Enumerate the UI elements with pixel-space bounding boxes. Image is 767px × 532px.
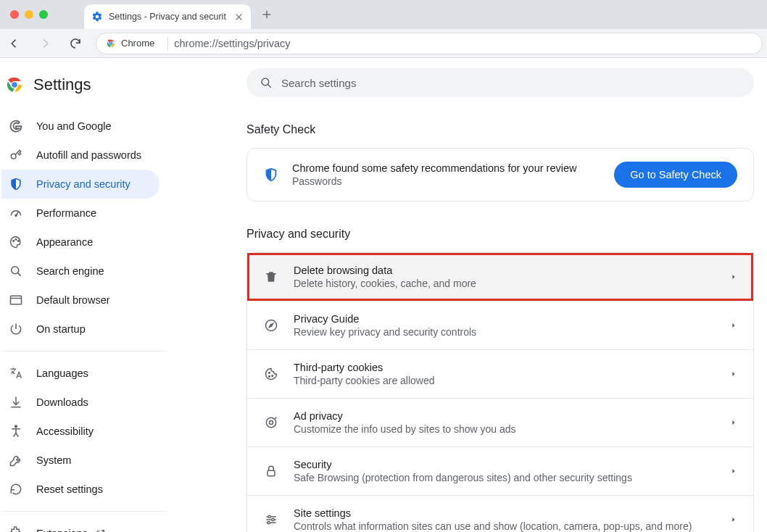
nav-autofill-passwords[interactable]: Autofill and passwords: [1, 141, 159, 170]
chevron-right-icon: [730, 273, 737, 280]
svg-rect-19: [11, 296, 22, 304]
safety-check-card: Chrome found some safety recommendations…: [246, 148, 754, 201]
nav-default-browser[interactable]: Default browser: [1, 286, 159, 315]
forward-button[interactable]: [35, 33, 55, 54]
window-minimize[interactable]: [25, 10, 33, 19]
search-settings-input[interactable]: [281, 77, 741, 89]
site-chip[interactable]: Chrome: [101, 36, 162, 51]
search-settings[interactable]: [246, 68, 754, 97]
extension-icon: [9, 526, 23, 532]
nav-system[interactable]: System: [1, 446, 159, 475]
reload-button[interactable]: [65, 33, 86, 54]
svg-point-44: [268, 522, 270, 524]
divider: [1, 351, 167, 352]
svg-point-14: [13, 241, 14, 242]
download-icon: [9, 395, 23, 410]
window-close[interactable]: [10, 10, 19, 19]
svg-marker-36: [732, 420, 734, 425]
row-privacy-guide[interactable]: Privacy Guide Review key privacy and sec…: [247, 301, 753, 349]
nav-label: Autofill and passwords: [36, 149, 141, 161]
new-tab-button[interactable]: [257, 4, 277, 25]
section-safety-check-heading: Safety Check: [246, 123, 754, 136]
svg-marker-26: [732, 275, 734, 279]
chevron-right-icon: [730, 516, 737, 523]
nav-label: Reset settings: [36, 483, 103, 495]
shield-icon: [263, 167, 279, 183]
wrench-icon: [9, 453, 23, 467]
nav-label: On startup: [36, 323, 86, 335]
nav-label: Search engine: [36, 265, 104, 277]
go-to-safety-check-button[interactable]: Go to Safety Check: [614, 162, 737, 188]
row-subtitle: Controls what information sites can use …: [294, 520, 716, 532]
address-bar[interactable]: Chrome chrome://settings/privacy: [96, 33, 763, 54]
close-icon[interactable]: [233, 12, 244, 22]
browser-tab-active[interactable]: Settings - Privacy and securit: [84, 4, 251, 29]
chrome-logo-icon: [105, 38, 117, 49]
svg-rect-25: [266, 273, 275, 275]
row-title: Third-party cookies: [294, 362, 716, 373]
section-privacy-heading: Privacy and security: [246, 228, 754, 241]
svg-point-43: [272, 518, 274, 520]
power-icon: [9, 322, 23, 336]
divider: [1, 511, 167, 512]
window-controls: [10, 10, 48, 19]
divider: [167, 37, 168, 50]
brand-row: Settings: [0, 71, 203, 104]
row-security[interactable]: Security Safe Browsing (protection from …: [247, 446, 753, 495]
nav-you-and-google[interactable]: You and Google: [1, 112, 159, 141]
nav-performance[interactable]: Performance: [1, 199, 159, 228]
tab-title: Settings - Privacy and securit: [109, 12, 228, 22]
row-title: Privacy Guide: [294, 313, 716, 325]
window-zoom[interactable]: [39, 10, 48, 19]
svg-point-15: [15, 238, 17, 240]
nav-languages[interactable]: Languages: [1, 359, 159, 388]
lock-icon: [263, 463, 279, 479]
nav-accessibility[interactable]: Accessibility: [1, 417, 159, 446]
svg-point-30: [269, 373, 270, 374]
nav-downloads[interactable]: Downloads: [1, 388, 159, 417]
nav-label: Default browser: [36, 294, 110, 306]
row-site-settings[interactable]: Site settings Controls what information …: [247, 495, 753, 532]
svg-marker-28: [270, 324, 273, 328]
primary-nav: You and Google Autofill and passwords Pr…: [0, 104, 203, 532]
nav-label: System: [36, 454, 71, 466]
chrome-logo-icon: [6, 76, 23, 93]
nav-reset-settings[interactable]: Reset settings: [1, 475, 159, 504]
speedometer-icon: [9, 206, 23, 220]
nav-label: Appearance: [36, 236, 93, 248]
chevron-right-icon: [730, 370, 737, 378]
app-title: Settings: [33, 75, 91, 94]
nav-label: Extensions: [36, 528, 88, 532]
svg-point-34: [266, 417, 275, 427]
row-delete-browsing-data[interactable]: Delete browsing data Delete history, coo…: [247, 253, 753, 301]
ad-privacy-icon: [263, 415, 279, 431]
tab-strip: Settings - Privacy and securit: [0, 0, 767, 29]
cookie-icon: [263, 366, 279, 382]
row-subtitle: Customize the info used by sites to show…: [294, 423, 716, 435]
back-button[interactable]: [4, 33, 25, 54]
svg-point-42: [268, 515, 270, 518]
nav-privacy-security[interactable]: Privacy and security: [1, 170, 159, 199]
svg-marker-38: [732, 469, 734, 473]
row-third-party-cookies[interactable]: Third-party cookies Third-party cookies …: [247, 349, 753, 398]
nav-search-engine[interactable]: Search engine: [1, 257, 159, 286]
svg-marker-33: [732, 372, 734, 376]
svg-line-24: [268, 84, 270, 87]
nav-on-startup[interactable]: On startup: [1, 315, 159, 344]
svg-point-22: [15, 425, 17, 428]
compass-icon: [263, 317, 279, 333]
row-ad-privacy[interactable]: Ad privacy Customize the info used by si…: [247, 398, 753, 446]
nav-appearance[interactable]: Appearance: [1, 228, 159, 257]
row-title: Site settings: [294, 507, 716, 519]
trash-icon: [263, 269, 279, 285]
svg-rect-37: [268, 470, 275, 476]
privacy-settings-list: Delete browsing data Delete history, coo…: [246, 252, 754, 532]
svg-point-11: [11, 154, 16, 159]
main-panel: Safety Check Chrome found some safety re…: [203, 58, 767, 532]
chevron-right-icon: [730, 322, 737, 329]
nav-extensions[interactable]: Extensions: [1, 519, 159, 532]
chevron-right-icon: [730, 419, 737, 426]
palette-icon: [9, 235, 23, 249]
chip-label: Chrome: [121, 38, 154, 49]
nav-label: Downloads: [36, 396, 88, 408]
